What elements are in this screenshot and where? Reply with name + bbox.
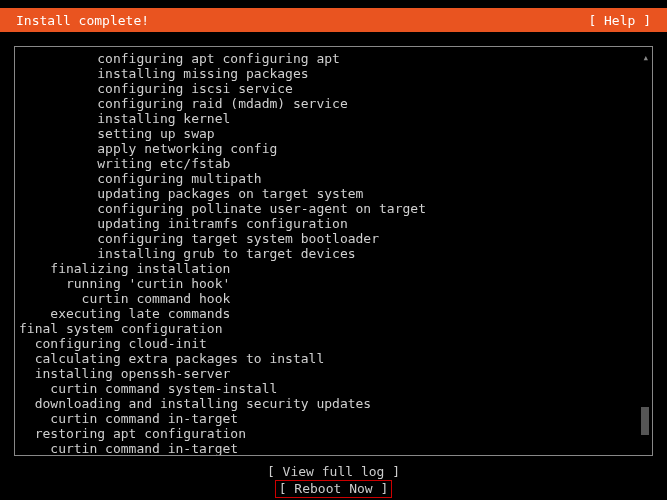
button-bar: [ View full log ] [ Reboot Now ] bbox=[0, 464, 667, 498]
page-title: Install complete! bbox=[16, 13, 149, 28]
log-content: configuring apt configuring apt installi… bbox=[19, 51, 642, 456]
help-button[interactable]: [ Help ] bbox=[588, 13, 651, 28]
log-panel: ▴ configuring apt configuring apt instal… bbox=[14, 46, 653, 456]
scroll-up-icon[interactable]: ▴ bbox=[642, 51, 649, 64]
header-bar: Install complete! [ Help ] bbox=[0, 8, 667, 32]
reboot-now-button[interactable]: [ Reboot Now ] bbox=[275, 480, 393, 498]
view-full-log-button[interactable]: [ View full log ] bbox=[266, 464, 401, 480]
scrollbar-thumb[interactable] bbox=[641, 407, 649, 435]
